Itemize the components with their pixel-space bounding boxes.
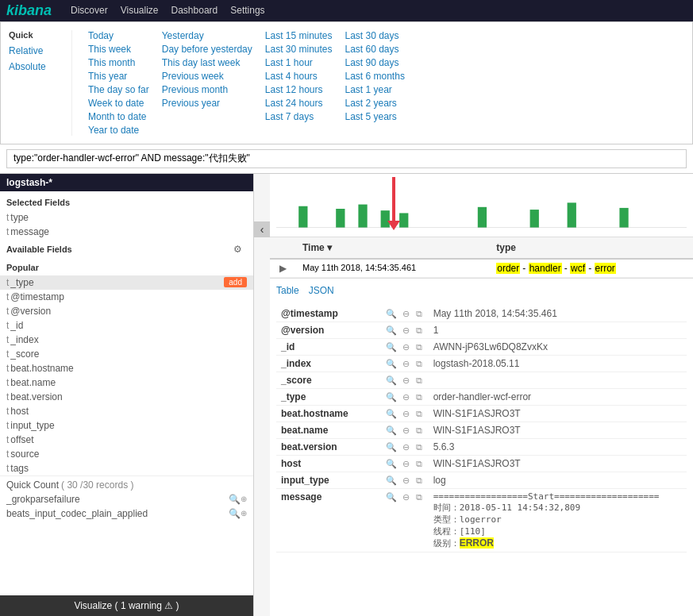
magnify-icon-2[interactable]: ⊕ [241, 495, 247, 503]
field-tags[interactable]: t tags [0, 461, 253, 475]
time-previous-year[interactable]: Previous year [162, 98, 252, 109]
time-day-before[interactable]: Day before yesterday [162, 44, 252, 55]
type-col-header[interactable]: type [490, 237, 693, 259]
field-input-type[interactable]: t input_type [0, 418, 253, 433]
magnify-icon-4[interactable]: ⊕ [241, 509, 247, 518]
json-tab[interactable]: JSON [309, 285, 334, 299]
zoom-out-icon-timestamp[interactable]: ⊖ [401, 309, 411, 319]
field-index[interactable]: t _index [0, 333, 253, 347]
time-year-to-date[interactable]: Year to date [88, 125, 149, 136]
field-host[interactable]: t host [0, 404, 253, 418]
zoom-in-icon-timestamp[interactable]: 🔍 [384, 309, 398, 319]
field-beat-version[interactable]: t beat.version [0, 390, 253, 404]
zoom-out-icon-beat-version[interactable]: ⊖ [401, 442, 411, 452]
time-previous-week[interactable]: Previous week [162, 71, 252, 82]
time-last-5y[interactable]: Last 5 years [345, 111, 405, 122]
time-last-30m[interactable]: Last 30 minutes [265, 44, 333, 55]
zoom-out-icon-score[interactable]: ⊖ [401, 375, 411, 386]
visualize-bar[interactable]: Visualize ( 1 warning ⚠ ) [0, 595, 253, 616]
sidebar-toggle-button[interactable]: ‹ [254, 221, 270, 237]
zoom-out-icon-host[interactable]: ⊖ [401, 459, 411, 469]
zoom-out-icon-index[interactable]: ⊖ [401, 359, 411, 369]
zoom-in-icon-host[interactable]: 🔍 [384, 459, 398, 469]
time-this-week[interactable]: This week [88, 44, 149, 55]
time-last-90d[interactable]: Last 90 days [345, 57, 405, 68]
time-last-15m[interactable]: Last 15 minutes [265, 30, 333, 41]
time-last-6m[interactable]: Last 6 months [345, 71, 405, 82]
zoom-in-icon-type[interactable]: 🔍 [384, 392, 398, 402]
zoom-out-icon-message[interactable]: ⊖ [401, 492, 411, 502]
field-score[interactable]: t _score [0, 347, 253, 361]
gear-icon[interactable]: ⚙ [229, 242, 247, 256]
time-last-24h[interactable]: Last 24 hours [265, 98, 333, 109]
field-grokparsefailure[interactable]: _grokparsefailure 🔍 ⊕ [6, 492, 247, 506]
relative-link[interactable]: Relative [9, 44, 64, 57]
table-tab[interactable]: Table [276, 285, 299, 299]
time-week-to-date[interactable]: Week to date [88, 98, 149, 109]
field-id[interactable]: t _id [0, 318, 253, 333]
time-last-60d[interactable]: Last 60 days [345, 44, 405, 55]
copy-icon-type[interactable]: ⧉ [414, 392, 424, 402]
zoom-in-icon-version[interactable]: 🔍 [384, 325, 398, 336]
time-yesterday[interactable]: Yesterday [162, 30, 252, 41]
time-last-1y[interactable]: Last 1 year [345, 84, 405, 95]
copy-icon-index[interactable]: ⧉ [414, 359, 424, 369]
search-input[interactable] [6, 149, 687, 168]
copy-icon-message[interactable]: ⧉ [414, 492, 424, 502]
time-last-7d[interactable]: Last 7 days [265, 111, 333, 122]
zoom-in-icon-score[interactable]: 🔍 [384, 375, 398, 386]
time-previous-month[interactable]: Previous month [162, 84, 252, 95]
time-last-1h[interactable]: Last 1 hour [265, 57, 333, 68]
field-version[interactable]: t @version [0, 304, 253, 318]
add-type-button[interactable]: add [224, 277, 247, 287]
zoom-out-icon-type[interactable]: ⊖ [401, 392, 411, 402]
field-type[interactable]: t type [0, 210, 253, 225]
magnify-icon-1[interactable]: 🔍 [229, 494, 241, 505]
zoom-out-icon-id[interactable]: ⊖ [401, 342, 411, 352]
copy-icon-version[interactable]: ⧉ [414, 325, 424, 336]
zoom-in-icon-message[interactable]: 🔍 [384, 492, 398, 502]
field-timestamp[interactable]: t @timestamp [0, 290, 253, 304]
copy-icon-input-type[interactable]: ⧉ [414, 475, 424, 486]
nav-dashboard[interactable]: Dashboard [171, 5, 218, 16]
magnify-icon-3[interactable]: 🔍 [229, 508, 241, 519]
expand-button[interactable]: ▶ [276, 263, 290, 274]
copy-icon-timestamp[interactable]: ⧉ [414, 309, 424, 319]
copy-icon-beat-name[interactable]: ⧉ [414, 425, 424, 436]
field-beats-codec[interactable]: beats_input_codec_plain_applied 🔍 ⊕ [6, 506, 247, 521]
zoom-in-icon-input-type[interactable]: 🔍 [384, 475, 398, 486]
field-_type[interactable]: t _type add [0, 275, 253, 290]
zoom-in-icon-beat-hostname[interactable]: 🔍 [384, 409, 398, 419]
copy-icon-host[interactable]: ⧉ [414, 459, 424, 469]
zoom-out-icon-input-type[interactable]: ⊖ [401, 475, 411, 486]
absolute-link[interactable]: Absolute [9, 60, 64, 73]
time-today[interactable]: Today [88, 30, 149, 41]
time-this-year[interactable]: This year [88, 71, 149, 82]
field-beat-name[interactable]: t beat.name [0, 375, 253, 390]
copy-icon-id[interactable]: ⧉ [414, 342, 424, 352]
zoom-in-icon-id[interactable]: 🔍 [384, 342, 398, 352]
time-col-header[interactable]: Time ▾ [296, 237, 490, 259]
time-month-to-date[interactable]: Month to date [88, 111, 149, 122]
time-last-2y[interactable]: Last 2 years [345, 98, 405, 109]
field-message[interactable]: t message [0, 225, 253, 239]
copy-icon-beat-version[interactable]: ⧉ [414, 442, 424, 452]
zoom-out-icon-beat-name[interactable]: ⊖ [401, 425, 411, 436]
field-source[interactable]: t source [0, 447, 253, 461]
nav-discover[interactable]: Discover [71, 5, 108, 16]
field-beat-hostname[interactable]: t beat.hostname [0, 361, 253, 375]
time-this-day-last-week[interactable]: This day last week [162, 57, 252, 68]
nav-settings[interactable]: Settings [230, 5, 264, 16]
zoom-out-icon-version[interactable]: ⊖ [401, 325, 411, 336]
zoom-in-icon-index[interactable]: 🔍 [384, 359, 398, 369]
time-this-month[interactable]: This month [88, 57, 149, 68]
nav-visualize[interactable]: Visualize [121, 5, 159, 16]
time-day-so-far[interactable]: The day so far [88, 84, 149, 95]
field-offset[interactable]: t offset [0, 433, 253, 447]
time-last-30d[interactable]: Last 30 days [345, 30, 405, 41]
zoom-in-icon-beat-name[interactable]: 🔍 [384, 425, 398, 436]
zoom-out-icon-beat-hostname[interactable]: ⊖ [401, 409, 411, 419]
time-last-12h[interactable]: Last 12 hours [265, 84, 333, 95]
copy-icon-beat-hostname[interactable]: ⧉ [414, 409, 424, 419]
zoom-in-icon-beat-version[interactable]: 🔍 [384, 442, 398, 452]
